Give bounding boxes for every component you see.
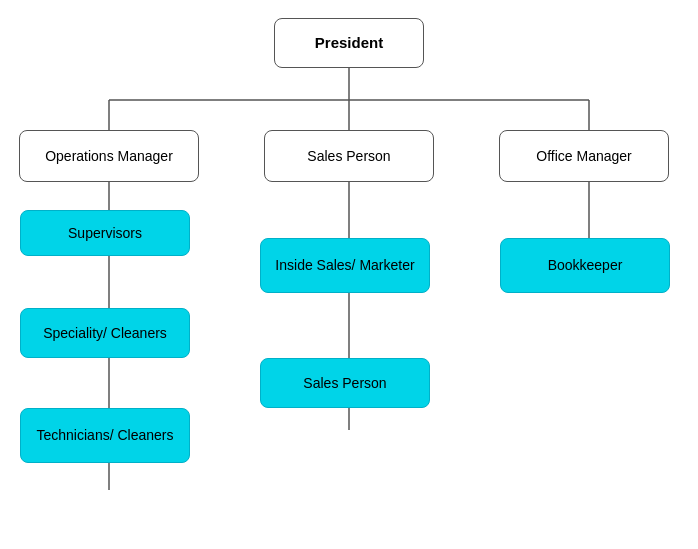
org-chart: President Operations Manager Sales Perso… xyxy=(0,0,698,549)
supervisors-node: Supervisors xyxy=(20,210,190,256)
bookkeeper-node: Bookkeeper xyxy=(500,238,670,293)
inside-sales-marketer-node: Inside Sales/ Marketer xyxy=(260,238,430,293)
sales-person-bottom-node: Sales Person xyxy=(260,358,430,408)
specialty-cleaners-node: Speciality/ Cleaners xyxy=(20,308,190,358)
technicians-cleaners-node: Technicians/ Cleaners xyxy=(20,408,190,463)
president-node: President xyxy=(274,18,424,68)
sales-person-top-node: Sales Person xyxy=(264,130,434,182)
operations-manager-node: Operations Manager xyxy=(19,130,199,182)
office-manager-node: Office Manager xyxy=(499,130,669,182)
